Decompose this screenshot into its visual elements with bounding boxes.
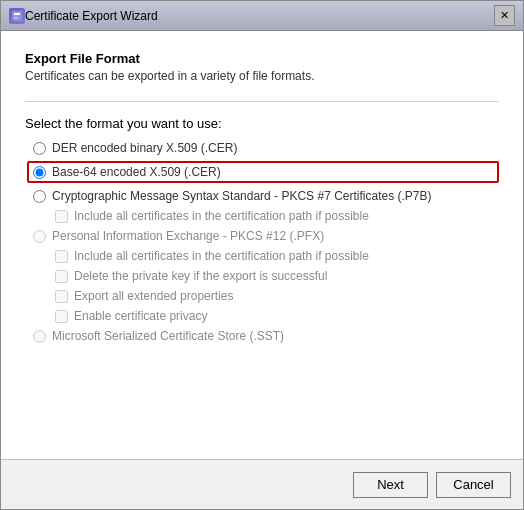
option-export-ext-label: Export all extended properties: [74, 289, 233, 303]
section-header: Export File Format Certificates can be e…: [25, 51, 499, 83]
wizard-footer: Next Cancel: [1, 459, 523, 509]
cancel-button[interactable]: Cancel: [436, 472, 511, 498]
titlebar: Certificate Export Wizard ✕: [1, 1, 523, 31]
option-pkcs7-label: Cryptographic Message Syntax Standard - …: [52, 189, 432, 203]
window-title: Certificate Export Wizard: [25, 9, 494, 23]
option-include-pkcs7: Include all certificates in the certific…: [55, 209, 499, 223]
next-button[interactable]: Next: [353, 472, 428, 498]
option-cert-privacy-label: Enable certificate privacy: [74, 309, 207, 323]
section-desc: Certificates can be exported in a variet…: [25, 69, 314, 83]
radio-der[interactable]: [33, 142, 46, 155]
wizard-content: Export File Format Certificates can be e…: [1, 31, 523, 459]
checkbox-cert-privacy: [55, 310, 68, 323]
wizard-icon: [9, 8, 25, 24]
svg-rect-0: [12, 11, 22, 21]
svg-rect-1: [14, 13, 20, 15]
checkbox-delete-key: [55, 270, 68, 283]
section-title: Export File Format: [25, 51, 499, 66]
checkbox-include-pfx: [55, 250, 68, 263]
option-sst-label: Microsoft Serialized Certificate Store (…: [52, 329, 284, 343]
option-der[interactable]: DER encoded binary X.509 (.CER): [33, 141, 499, 155]
options-list: DER encoded binary X.509 (.CER) Base-64 …: [33, 141, 499, 343]
checkbox-export-ext: [55, 290, 68, 303]
format-label: Select the format you want to use:: [25, 116, 499, 131]
option-export-ext: Export all extended properties: [55, 289, 499, 303]
radio-sst: [33, 330, 46, 343]
radio-pfx: [33, 230, 46, 243]
radio-base64[interactable]: [33, 166, 46, 179]
option-der-label: DER encoded binary X.509 (.CER): [52, 141, 237, 155]
option-include-pkcs7-label: Include all certificates in the certific…: [74, 209, 369, 223]
option-cert-privacy: Enable certificate privacy: [55, 309, 499, 323]
option-base64-label: Base-64 encoded X.509 (.CER): [52, 165, 221, 179]
option-base64[interactable]: Base-64 encoded X.509 (.CER): [27, 161, 499, 183]
option-sst: Microsoft Serialized Certificate Store (…: [33, 329, 499, 343]
certificate-export-wizard: Certificate Export Wizard ✕ Export File …: [0, 0, 524, 510]
option-pfx-label: Personal Information Exchange - PKCS #12…: [52, 229, 324, 243]
close-button[interactable]: ✕: [494, 5, 515, 26]
divider: [25, 101, 499, 102]
svg-rect-2: [14, 17, 18, 19]
checkbox-include-pkcs7: [55, 210, 68, 223]
option-delete-key-label: Delete the private key if the export is …: [74, 269, 327, 283]
option-pfx: Personal Information Exchange - PKCS #12…: [33, 229, 499, 243]
option-include-pfx-label: Include all certificates in the certific…: [74, 249, 369, 263]
radio-pkcs7[interactable]: [33, 190, 46, 203]
option-delete-key: Delete the private key if the export is …: [55, 269, 499, 283]
option-include-pfx: Include all certificates in the certific…: [55, 249, 499, 263]
option-pkcs7[interactable]: Cryptographic Message Syntax Standard - …: [33, 189, 499, 203]
